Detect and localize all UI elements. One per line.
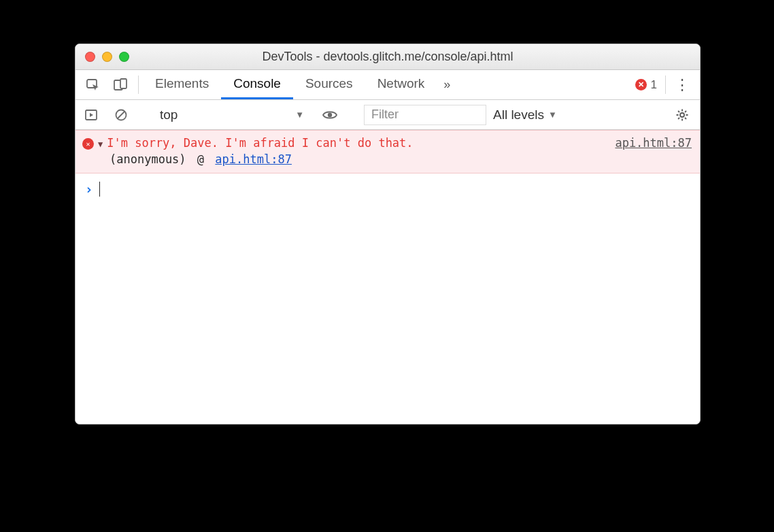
window-title: DevTools - devtools.glitch.me/console/ap… (75, 50, 700, 64)
stack-trace: (anonymous) @ api.html:87 (82, 152, 692, 166)
filter-input[interactable] (364, 105, 486, 125)
console-toolbar: top ▼ All levels ▼ (75, 100, 700, 130)
console-settings-button[interactable] (670, 108, 694, 122)
window-zoom-button[interactable] (119, 52, 129, 62)
error-icon (82, 138, 94, 150)
window-traffic-lights (85, 52, 129, 62)
stack-frame-link[interactable]: api.html:87 (215, 152, 292, 166)
tab-elements[interactable]: Elements (143, 70, 221, 99)
error-message-text: I'm sorry, Dave. I'm afraid I can't do t… (107, 136, 611, 150)
devtools-tabs: Elements Console Sources Network (143, 70, 437, 99)
devtools-main-toolbar: Elements Console Sources Network » 1 ⋮ (75, 70, 700, 100)
error-icon (635, 79, 647, 90)
prompt-chevron-icon: › (85, 182, 92, 197)
stack-frame-at: @ (197, 152, 204, 166)
gear-icon (675, 108, 689, 122)
svg-line-12 (678, 111, 679, 112)
svg-line-13 (685, 118, 686, 119)
execution-context-label: top (160, 107, 178, 122)
inspect-element-icon[interactable] (80, 70, 107, 99)
window-minimize-button[interactable] (102, 52, 112, 62)
chevron-double-right-icon: » (443, 78, 450, 92)
tab-sources[interactable]: Sources (293, 70, 365, 99)
log-levels-label: All levels (493, 107, 544, 122)
log-levels-selector[interactable]: All levels ▼ (493, 107, 557, 122)
errors-count: 1 (651, 78, 657, 92)
chevron-down-icon: ▼ (295, 110, 304, 120)
disclosure-triangle-icon[interactable]: ▼ (98, 139, 103, 149)
toggle-device-toolbar-icon[interactable] (107, 70, 134, 99)
separator (138, 76, 139, 94)
more-options-button[interactable]: ⋮ (670, 70, 694, 99)
console-prompt[interactable]: › (75, 173, 700, 205)
svg-line-5 (118, 112, 124, 118)
tabs-overflow-button[interactable]: » (437, 70, 457, 99)
svg-point-6 (328, 112, 332, 116)
console-error-message[interactable]: ▼ I'm sorry, Dave. I'm afraid I can't do… (75, 130, 700, 173)
window-titlebar: DevTools - devtools.glitch.me/console/ap… (75, 44, 700, 70)
errors-counter[interactable]: 1 (631, 70, 661, 99)
svg-line-14 (678, 118, 679, 119)
window-close-button[interactable] (85, 52, 95, 62)
clear-console-icon[interactable] (110, 108, 133, 122)
kebab-icon: ⋮ (675, 76, 690, 94)
stack-frame-function: (anonymous) (110, 152, 186, 166)
error-source-link[interactable]: api.html:87 (615, 136, 692, 150)
live-expression-icon[interactable] (318, 107, 341, 123)
toggle-sidebar-icon[interactable] (80, 108, 103, 122)
tab-console[interactable]: Console (221, 70, 293, 99)
text-caret (99, 182, 100, 197)
svg-rect-2 (120, 79, 127, 88)
svg-point-7 (680, 113, 684, 117)
console-messages: ▼ I'm sorry, Dave. I'm afraid I can't do… (75, 130, 700, 424)
svg-line-15 (685, 111, 686, 112)
devtools-window: DevTools - devtools.glitch.me/console/ap… (75, 44, 701, 425)
chevron-down-icon: ▼ (548, 110, 557, 120)
tab-network[interactable]: Network (365, 70, 437, 99)
separator (665, 76, 666, 94)
execution-context-selector[interactable]: top ▼ (155, 105, 312, 125)
